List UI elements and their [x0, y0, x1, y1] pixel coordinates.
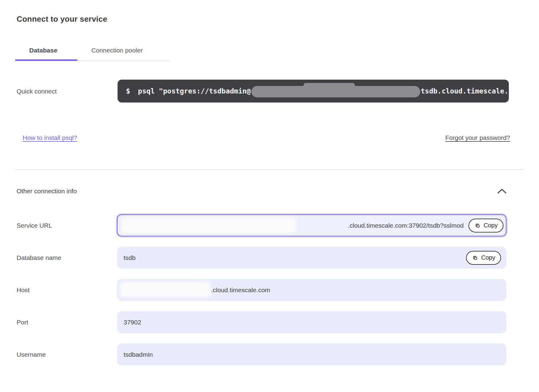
field-value-port: 37902	[124, 319, 141, 326]
field-username[interactable]: tsdbadmin	[117, 343, 506, 365]
tab-database[interactable]: Database	[29, 47, 57, 54]
tab-track	[77, 60, 170, 61]
copy-icon	[474, 222, 481, 229]
active-tab-indicator	[15, 59, 77, 61]
tab-connection-pooler[interactable]: Connection pooler	[91, 47, 143, 54]
page-title: Connect to your service	[17, 14, 107, 24]
field-label-username: Username	[17, 351, 46, 358]
field-value-username: tsdbadmin	[124, 351, 153, 358]
copy-button-label: Copy	[481, 254, 495, 261]
field-database-name[interactable]: tsdb Copy	[117, 247, 506, 269]
collapse-section-button[interactable]	[497, 187, 507, 195]
shell-prompt: $	[126, 87, 130, 95]
command-suffix: tsdb.cloud.timescale.	[421, 87, 509, 95]
field-port[interactable]: 37902	[117, 311, 506, 333]
redacted-value-blur	[120, 282, 210, 297]
quick-connect-command[interactable]: $ psql "postgres://tsdbadmin@ tsdb.cloud…	[118, 80, 509, 103]
copy-service-url-button[interactable]: Copy	[468, 219, 503, 232]
copy-icon	[472, 254, 478, 261]
section-divider	[15, 169, 525, 170]
field-value-database-name: tsdb	[124, 254, 136, 261]
redacted-value-blur	[121, 218, 296, 233]
copy-database-name-button[interactable]: Copy	[466, 251, 501, 265]
field-value-service-url: .cloud.timescale.com:37902/tsdb?sslmod	[348, 222, 464, 229]
copy-button-label: Copy	[484, 222, 498, 229]
install-psql-link[interactable]: How to install psql?	[23, 134, 77, 141]
field-label-host: Host	[17, 286, 30, 294]
field-host[interactable]: .cloud.timescale.com	[117, 279, 506, 301]
chevron-up-icon	[497, 188, 507, 194]
field-value-host: .cloud.timescale.com	[211, 286, 270, 294]
field-label-service-url: Service URL	[17, 222, 52, 229]
forgot-password-link[interactable]: Forgot your password?	[445, 134, 510, 141]
redacted-credentials	[251, 85, 420, 97]
field-service-url[interactable]: .cloud.timescale.com:37902/tsdb?sslmod C…	[117, 214, 506, 236]
command-prefix: psql "postgres://tsdbadmin@	[138, 87, 251, 95]
quick-connect-label: Quick connect	[17, 88, 57, 95]
field-label-database-name: Database name	[17, 254, 61, 261]
field-label-port: Port	[17, 319, 28, 326]
other-connection-info-heading: Other connection info	[17, 188, 77, 195]
